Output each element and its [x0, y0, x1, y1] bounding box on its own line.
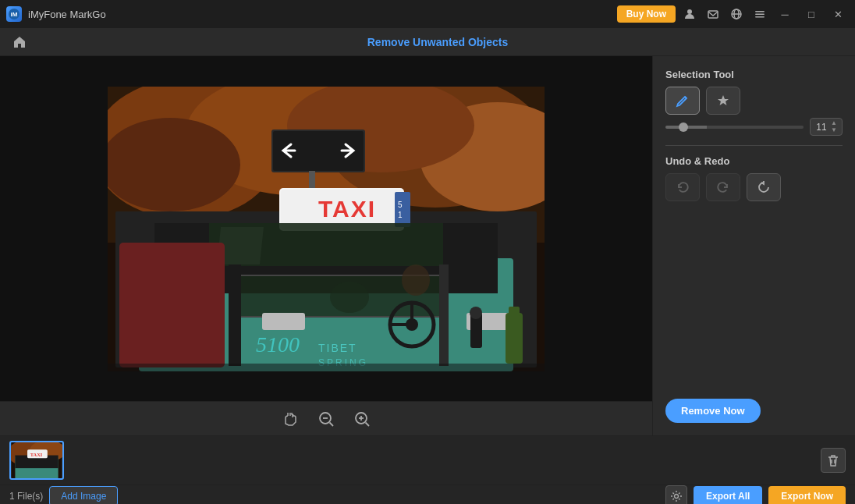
titlebar-left: iM iMyFone MarkGo [6, 6, 106, 22]
svg-rect-3 [708, 11, 718, 18]
image-controls [0, 401, 652, 435]
svg-rect-32 [262, 313, 305, 330]
size-increment-button[interactable]: ▲ [829, 120, 839, 126]
app-title: iMyFone MarkGo [28, 9, 106, 20]
tool-buttons [665, 87, 843, 115]
image-viewport[interactable]: TAXI 5 1 [0, 56, 652, 401]
export-all-button[interactable]: Export All [694, 486, 762, 504]
smart-select-tool-button[interactable] [706, 87, 740, 115]
pan-tool-button[interactable] [278, 407, 302, 431]
refresh-button[interactable] [747, 173, 781, 201]
zoom-in-button[interactable] [350, 407, 374, 431]
export-now-button[interactable]: Export Now [768, 486, 846, 504]
globe-icon[interactable] [727, 5, 746, 23]
svg-rect-33 [439, 264, 449, 366]
undo-redo-buttons [665, 173, 843, 201]
remove-now-button[interactable]: Remove Now [665, 399, 761, 423]
home-button[interactable] [9, 32, 30, 52]
menu-icon[interactable] [750, 5, 769, 23]
thumbnail-strip: TAXI [0, 436, 855, 484]
canvas-area: TAXI 5 1 [0, 56, 652, 435]
svg-point-2 [687, 9, 692, 14]
size-control: 11 ▲ ▼ [665, 118, 843, 136]
app-logo: iM [6, 6, 22, 22]
svg-rect-44 [506, 313, 523, 364]
titlebar-right: Buy Now ─ □ ✕ [617, 3, 849, 25]
size-value: 11 [814, 122, 829, 133]
thumbnail-item[interactable]: TAXI [9, 441, 64, 480]
svg-rect-8 [755, 14, 765, 16]
page-header: Remove Unwanted Objects [0, 28, 855, 56]
selection-tool-section: Selection Tool 11 [665, 69, 843, 136]
selection-tool-title: Selection Tool [665, 69, 843, 80]
buy-now-button[interactable]: Buy Now [617, 5, 676, 23]
svg-line-56 [366, 422, 370, 426]
svg-point-46 [330, 282, 369, 313]
svg-point-40 [470, 307, 482, 319]
main-content: TAXI 5 1 [0, 56, 855, 435]
redo-button[interactable] [706, 173, 740, 201]
brush-tool-button[interactable] [665, 87, 700, 115]
account-icon[interactable] [680, 5, 699, 23]
add-image-button[interactable]: Add Image [49, 486, 118, 504]
svg-text:1: 1 [398, 211, 403, 219]
svg-rect-9 [755, 16, 765, 18]
divider [665, 145, 843, 146]
size-slider[interactable] [665, 126, 804, 129]
undo-redo-title: Undo & Redo [665, 155, 843, 167]
svg-line-52 [330, 422, 334, 426]
undo-button[interactable] [665, 173, 700, 201]
size-input-wrap: 11 ▲ ▼ [810, 118, 843, 136]
svg-rect-27 [395, 192, 410, 227]
svg-text:iM: iM [11, 11, 18, 18]
svg-rect-49 [108, 364, 545, 371]
file-count: 1 File(s) [9, 491, 43, 502]
close-button[interactable]: ✕ [827, 3, 849, 25]
minimize-button[interactable]: ─ [774, 3, 796, 25]
main-image: TAXI 5 1 [108, 87, 545, 371]
svg-text:TAXI: TAXI [30, 452, 43, 457]
titlebar: iM iMyFone MarkGo Buy Now ─ □ ✕ [0, 0, 855, 28]
svg-rect-34 [119, 243, 225, 367]
right-panel: Selection Tool 11 [652, 56, 855, 435]
svg-point-47 [402, 264, 430, 296]
undo-redo-section: Undo & Redo [665, 155, 843, 201]
svg-rect-7 [755, 11, 765, 12]
settings-button[interactable] [665, 485, 687, 504]
svg-text:TAXI: TAXI [318, 196, 376, 222]
delete-button[interactable] [821, 448, 846, 473]
svg-point-66 [675, 495, 679, 499]
size-arrows: ▲ ▼ [829, 120, 839, 133]
svg-rect-45 [509, 307, 520, 316]
bottom-bar: TAXI 1 File(s) Add Image Export All Expo… [0, 435, 855, 504]
maximize-button[interactable]: □ [800, 3, 822, 25]
mail-icon[interactable] [704, 5, 722, 23]
zoom-out-button[interactable] [314, 407, 338, 431]
svg-rect-48 [229, 264, 241, 366]
page-title: Remove Unwanted Objects [30, 36, 846, 48]
size-decrement-button[interactable]: ▼ [829, 127, 839, 133]
svg-text:TIBET: TIBET [318, 342, 357, 354]
svg-text:5100: 5100 [256, 332, 300, 357]
svg-text:5: 5 [398, 201, 403, 209]
bottom-actions: 1 File(s) Add Image Export All Export No… [0, 484, 855, 504]
